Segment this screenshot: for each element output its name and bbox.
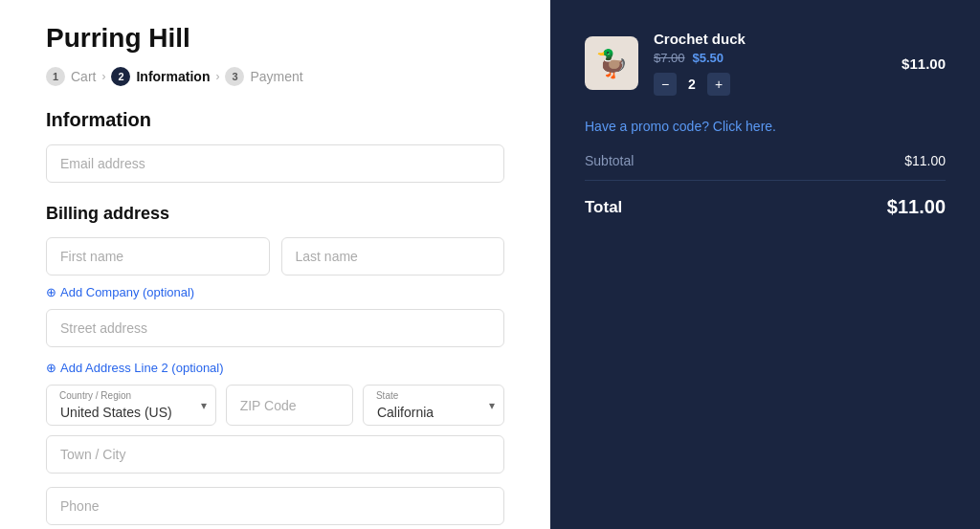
- plus-circle-icon: ⊕: [46, 285, 56, 299]
- add-company-label: Add Company (optional): [60, 285, 194, 299]
- add-address-link[interactable]: ⊕ Add Address Line 2 (optional): [46, 361, 504, 375]
- store-title: Purring Hill: [46, 23, 504, 54]
- email-field[interactable]: [46, 144, 504, 183]
- total-label: Total: [585, 198, 622, 217]
- last-name-field[interactable]: [281, 237, 505, 276]
- order-divider: [585, 180, 946, 181]
- left-panel: Purring Hill 1 Cart › 2 Information › 3 …: [0, 0, 550, 529]
- product-total-price: $11.00: [902, 55, 946, 72]
- information-section-title: Information: [46, 109, 504, 131]
- phone-row: [46, 487, 504, 529]
- quantity-decrease-button[interactable]: −: [654, 73, 677, 96]
- breadcrumb-chevron-2: ›: [215, 70, 219, 83]
- breadcrumb-step-1-num: 1: [46, 67, 65, 86]
- breadcrumb-chevron-1: ›: [101, 70, 105, 83]
- quantity-value: 2: [684, 77, 700, 92]
- product-prices: $7.00 $5.50: [654, 51, 886, 65]
- phone-field[interactable]: [46, 487, 504, 525]
- breadcrumb-step-3-num: 3: [225, 67, 244, 86]
- product-thumbnail: 🦆: [585, 36, 638, 90]
- state-select[interactable]: California New York Texas: [363, 385, 504, 426]
- breadcrumb: 1 Cart › 2 Information › 3 Payment: [46, 67, 504, 86]
- quantity-increase-button[interactable]: +: [707, 73, 730, 96]
- product-name: Crochet duck: [654, 31, 886, 47]
- plus-circle-icon-2: ⊕: [46, 361, 56, 375]
- breadcrumb-step-2-num: 2: [111, 67, 130, 86]
- promo-code-link[interactable]: Have a promo code? Click here.: [585, 119, 946, 134]
- country-select[interactable]: United States (US): [46, 385, 216, 426]
- breadcrumb-step-3-label: Payment: [250, 69, 302, 84]
- breadcrumb-step-2-label: Information: [136, 69, 210, 84]
- zip-wrapper: [226, 385, 353, 426]
- address-row: Country / Region United States (US) ▾ St…: [46, 385, 504, 426]
- name-row: [46, 237, 504, 276]
- price-original: $7.00: [654, 51, 685, 65]
- price-sale: $5.50: [693, 51, 724, 65]
- street-address-field[interactable]: [46, 309, 504, 347]
- town-row: [46, 435, 504, 477]
- product-row: 🦆 Crochet duck $7.00 $5.50 − 2 + $11.00: [585, 31, 946, 96]
- add-company-link[interactable]: ⊕ Add Company (optional): [46, 285, 504, 299]
- first-name-field[interactable]: [46, 237, 270, 276]
- country-region-wrapper: Country / Region United States (US) ▾: [46, 385, 216, 426]
- subtotal-value: $11.00: [904, 153, 946, 168]
- product-info: Crochet duck $7.00 $5.50 − 2 +: [654, 31, 886, 96]
- quantity-controls: − 2 +: [654, 73, 886, 96]
- breadcrumb-step-1-label: Cart: [71, 69, 96, 84]
- town-city-field[interactable]: [46, 435, 504, 474]
- billing-title: Billing address: [46, 204, 504, 224]
- subtotal-label: Subtotal: [585, 153, 634, 168]
- product-emoji: 🦆: [595, 48, 629, 79]
- total-value: $11.00: [887, 196, 946, 218]
- right-panel: 🦆 Crochet duck $7.00 $5.50 − 2 + $11.00 …: [550, 0, 980, 529]
- add-address-label: Add Address Line 2 (optional): [60, 361, 224, 375]
- zip-code-field[interactable]: [226, 385, 353, 426]
- street-row: [46, 309, 504, 351]
- total-row: Total $11.00: [585, 196, 946, 218]
- state-wrapper: State California New York Texas ▾: [363, 385, 504, 426]
- subtotal-row: Subtotal $11.00: [585, 153, 946, 168]
